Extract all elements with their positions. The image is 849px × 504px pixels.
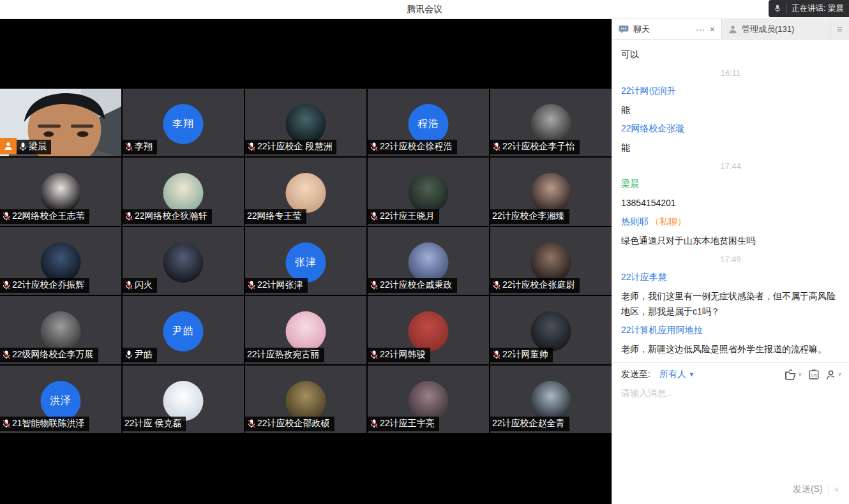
participant-label: 梁晨 xyxy=(17,140,51,154)
participant-tile[interactable]: 22计应校企戚秉政 xyxy=(368,227,489,295)
mic-muted-icon xyxy=(124,142,133,152)
recipient-dropdown[interactable]: 所有人▼ xyxy=(659,369,695,380)
chat-panel: 聊天 ··· × 管理成员(131) ≡ 可以16:1122计网倪润升能22网络… xyxy=(612,19,849,504)
participant-tile[interactable]: 22网络校企狄瀚轩 xyxy=(123,158,244,225)
chevron-down-icon: ˅ xyxy=(838,371,841,378)
participant-label: 李翔 xyxy=(123,140,157,154)
participant-avatar xyxy=(531,104,571,144)
participant-tile[interactable]: 22计应王晓月 xyxy=(368,158,489,225)
participant-tile[interactable]: 22计应王宇亮 xyxy=(368,366,489,433)
participant-name: 22计应校企赵全青 xyxy=(492,418,565,429)
chat-messages[interactable]: 可以16:1122计网倪润升能22网络校企张璇能17:44梁晨138541542… xyxy=(612,40,849,362)
participant-tile[interactable]: 22网络专王莹 xyxy=(245,158,366,225)
send-to-label: 发送至: xyxy=(621,369,650,380)
tab-chat[interactable]: 聊天 ··· × xyxy=(612,19,722,39)
participant-tile[interactable]: 22计应校企李子怡 xyxy=(490,89,612,156)
participant-tile[interactable]: 梁晨 xyxy=(0,89,121,156)
participant-tile[interactable]: 22计应校企 段慧洲 xyxy=(245,89,366,156)
participant-tile[interactable]: 闪火 xyxy=(123,227,244,295)
participant-tile[interactable]: 李翔 李翔 xyxy=(123,89,244,156)
participant-label: 22计应校企戚秉政 xyxy=(368,278,457,293)
svg-text:公告: 公告 xyxy=(810,373,818,378)
divider xyxy=(786,4,787,13)
meeting-window: 腾讯会议 正在讲话: 梁晨 xyxy=(0,0,849,504)
mic-icon xyxy=(774,4,781,13)
send-to-row: 发送至: 所有人▼ ˅ xyxy=(621,369,841,380)
participant-avatar xyxy=(409,173,449,213)
participant-tile[interactable]: 22计应热孜宛古丽 xyxy=(245,296,366,364)
message-input[interactable]: 请输入消息... xyxy=(621,388,841,399)
send-button[interactable]: 发送(S) xyxy=(793,484,823,495)
compose-area: 发送至: 所有人▼ ˅ xyxy=(612,362,849,504)
participant-tile[interactable]: 尹皓 尹皓 xyxy=(123,296,244,364)
chat-message: 17:44 xyxy=(621,161,840,171)
participant-name: 22计应校企李湘臻 xyxy=(492,211,565,222)
mic-muted-icon xyxy=(370,280,379,290)
participant-tile[interactable]: 22计应校企邵政硕 xyxy=(245,366,366,433)
panel-menu-button[interactable]: ≡ xyxy=(830,19,849,39)
participant-avatar xyxy=(531,311,571,352)
participant-tile[interactable]: 22计应校企乔振辉 xyxy=(0,227,121,295)
participant-name: 22计应校企李子怡 xyxy=(502,141,575,152)
participant-avatar: 洪泽 xyxy=(41,381,81,421)
participant-label: 22计应校企乔振辉 xyxy=(0,278,89,293)
participant-label: 22计应校企赵全青 xyxy=(490,417,569,431)
participant-tile[interactable]: 程浩 22计应校企徐程浩 xyxy=(368,89,489,156)
chat-message: 22计网倪润升 xyxy=(621,85,840,96)
participant-avatar: 张津 xyxy=(286,242,326,283)
mic-muted-icon xyxy=(247,280,256,290)
chat-message: 能 xyxy=(621,140,840,155)
participant-name: 22计网张津 xyxy=(257,279,303,291)
participant-avatar xyxy=(163,242,204,283)
participant-name: 22计应校企张庭尉 xyxy=(502,279,575,291)
participant-tile[interactable]: 22计网韩骏 xyxy=(368,296,489,364)
participant-avatar xyxy=(531,381,571,421)
tab-members[interactable]: 管理成员(131) xyxy=(722,19,830,39)
mic-on-icon xyxy=(19,142,27,152)
participant-tile[interactable]: 张津 22计网张津 xyxy=(245,227,366,295)
participant-avatar xyxy=(286,173,326,213)
participant-avatar xyxy=(41,173,81,213)
participant-name: 22计网董帅 xyxy=(502,349,548,360)
participant-tile[interactable]: 洪泽 21智能物联陈洪泽 xyxy=(0,366,121,433)
chat-close-button[interactable]: × xyxy=(710,25,715,34)
participant-name: 22级网络校企李万展 xyxy=(12,349,94,360)
participant-label: 22计应校企李子怡 xyxy=(490,140,580,154)
participant-label: 22计应校企张庭尉 xyxy=(490,278,580,293)
chat-message: 热则耶（私聊） xyxy=(621,216,840,227)
member-badge-icon xyxy=(0,138,17,154)
participant-tile[interactable]: 22计网董帅 xyxy=(490,296,612,364)
participant-tile[interactable]: 22计应 侯克磊 xyxy=(123,366,244,433)
participant-tile[interactable]: 22计应校企张庭尉 xyxy=(490,227,612,295)
participant-name: 李翔 xyxy=(135,141,153,152)
participant-name: 22网络专王莹 xyxy=(247,211,302,222)
participant-name: 梁晨 xyxy=(29,141,47,152)
person-icon xyxy=(826,369,837,380)
participant-name: 22网络校企狄瀚轩 xyxy=(135,211,207,222)
participant-avatar: 李翔 xyxy=(163,104,204,144)
app-title: 腾讯会议 xyxy=(407,4,442,15)
mic-muted-icon xyxy=(124,211,133,221)
mic-on-icon xyxy=(124,350,133,360)
announcement-button[interactable]: 公告 xyxy=(808,369,820,380)
participant-label: 21智能物联陈洪泽 xyxy=(0,417,89,431)
participant-avatar xyxy=(531,242,571,283)
participant-tile[interactable]: 22计应校企李湘臻 xyxy=(490,158,612,225)
participant-label: 22计应热孜宛古丽 xyxy=(245,348,324,362)
participant-label: 22计应校企徐程浩 xyxy=(368,140,457,154)
participant-avatar xyxy=(41,311,81,352)
participant-name: 闪火 xyxy=(135,279,153,291)
participant-label: 22计应校企 段慧洲 xyxy=(245,140,336,154)
participant-name: 22计应王宇亮 xyxy=(380,418,435,429)
chevron-down-icon: ▼ xyxy=(689,371,695,378)
mic-muted-icon xyxy=(2,350,11,360)
private-chat-button[interactable]: ˅ xyxy=(826,369,841,380)
participant-tile[interactable]: 22级网络校企李万展 xyxy=(0,296,121,364)
participant-avatar xyxy=(286,381,326,421)
send-file-button[interactable]: ˅ xyxy=(785,369,801,380)
participant-tile[interactable]: 22计应校企赵全青 xyxy=(490,366,612,433)
chat-more-button[interactable]: ··· xyxy=(696,25,705,34)
send-options-button[interactable]: ˅ xyxy=(835,485,839,493)
participant-tile[interactable]: 22网络校企王志苇 xyxy=(0,158,121,225)
titlebar: 腾讯会议 xyxy=(0,0,849,19)
